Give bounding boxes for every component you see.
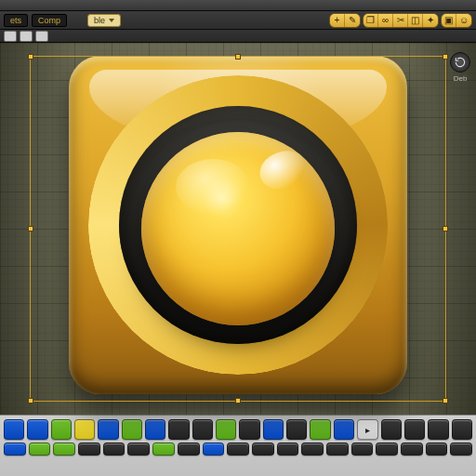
refresh-label: Deb [454,74,468,83]
swatch[interactable] [27,419,47,440]
button-dome [141,132,335,325]
pencil-icon[interactable]: ✎ [345,14,360,27]
handle-e[interactable] [443,226,448,231]
chevron-down-icon [109,19,114,22]
swatch[interactable] [168,419,189,440]
swatch[interactable] [334,419,354,440]
user-icon[interactable]: ☺ [456,14,471,27]
swatch[interactable] [376,443,398,456]
copy-icon[interactable]: ❐ [364,14,378,27]
tool-pill-2: ❐ ∞ ✂ ◫ ✦ [363,13,439,28]
swatch[interactable] [98,419,118,440]
swatch[interactable]: ▸ [357,419,377,440]
handle-w[interactable] [28,226,33,231]
swatch[interactable] [428,419,448,440]
swatch[interactable] [74,419,95,440]
swatch[interactable] [145,419,165,440]
breadcrumb-root[interactable]: ets [4,14,28,27]
swatch[interactable] [216,419,236,440]
swatch[interactable] [4,443,26,456]
swatch[interactable] [227,443,249,456]
vignette-right [402,43,476,415]
swatch[interactable] [152,443,175,456]
swatch[interactable] [326,443,349,456]
handle-ne[interactable] [443,54,448,60]
sub-toolbar [0,30,476,43]
swatch[interactable] [381,419,402,440]
swatch[interactable] [286,419,307,440]
swatch[interactable] [252,443,274,456]
swatch[interactable] [122,419,142,440]
mode-dropdown[interactable]: ble [87,14,121,27]
swatch-row-1: ▸ [4,419,472,440]
handle-nw[interactable] [28,54,33,60]
swatch[interactable] [310,419,330,440]
swatch[interactable] [263,419,284,440]
swatch[interactable] [192,419,213,440]
play-icon: ▸ [365,425,370,435]
swatch[interactable] [404,419,425,440]
swatch[interactable] [401,443,423,456]
tool-pill-1: + ✎ [329,13,361,28]
swatch[interactable] [4,419,24,440]
swatch[interactable] [53,443,75,456]
canvas-object[interactable] [63,50,413,400]
plus-icon[interactable]: + [330,14,345,27]
swatch[interactable] [51,419,72,440]
swatch[interactable] [29,443,51,456]
swatch[interactable] [450,443,472,456]
swatch-panel: ▸ [0,415,476,476]
breadcrumb-item[interactable]: Comp [32,14,67,27]
swatch[interactable] [301,443,324,456]
swatch[interactable] [277,443,299,456]
swatch[interactable] [203,443,225,456]
canvas-viewport[interactable]: Deb [0,43,476,415]
group-icon[interactable]: ▣ [442,14,456,27]
mini-controls [4,31,48,42]
menu-bar [0,0,476,11]
swatch[interactable] [452,419,472,440]
tool-group: + ✎ ❐ ∞ ✂ ◫ ✦ ▣ ☺ [329,13,472,28]
cut-icon[interactable]: ✂ [393,14,408,27]
toolbar: ets Comp ble + ✎ ❐ ∞ ✂ ◫ ✦ ▣ ☺ [0,11,476,30]
swatch[interactable] [351,443,374,456]
wand-icon[interactable]: ✦ [423,14,438,27]
mini-toggle-2[interactable] [20,31,33,42]
swatch[interactable] [78,443,100,456]
handle-se[interactable] [443,398,448,403]
swatch[interactable] [127,443,150,456]
swatch[interactable] [103,443,126,456]
swatch[interactable] [178,443,200,456]
swatch-row-2 [4,443,472,456]
refresh-icon [450,52,470,73]
swatch[interactable] [239,419,259,440]
swatch[interactable] [426,443,448,456]
mini-toggle-1[interactable] [4,31,17,42]
crop-icon[interactable]: ◫ [408,14,423,27]
tool-pill-3: ▣ ☺ [441,13,472,28]
mini-toggle-3[interactable] [35,31,48,42]
refresh-badge[interactable]: Deb [450,52,470,83]
mode-dropdown-label: ble [94,16,105,25]
handle-sw[interactable] [28,398,33,403]
link-icon[interactable]: ∞ [378,14,393,27]
